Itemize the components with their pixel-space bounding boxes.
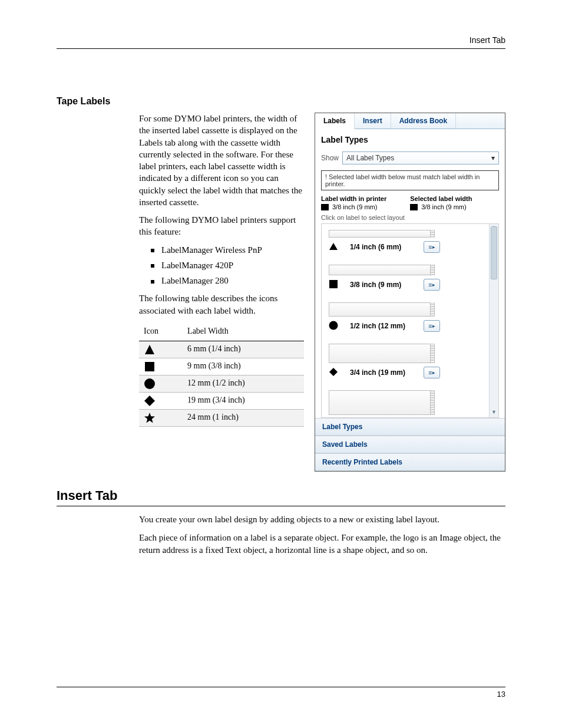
layout-menu-button[interactable]: ≡▸: [424, 241, 440, 253]
paragraph: The following table describes the icons …: [139, 292, 304, 317]
panel-tabs: Labels Insert Address Book: [315, 113, 505, 129]
running-header: Insert Tab: [57, 35, 505, 49]
section-heading-insert-tab: Insert Tab: [57, 488, 505, 506]
list-item: LabelManager Wireless PnP: [151, 244, 304, 256]
scroll-down-icon[interactable]: ▼: [490, 409, 498, 417]
chevron-down-icon: ▾: [491, 154, 495, 162]
section-heading-tape-labels: Tape Labels: [57, 96, 505, 107]
svg-marker-0: [145, 345, 154, 354]
table-row: 19 mm (3/4 inch): [139, 392, 304, 409]
table-row: 24 mm (1 inch): [139, 409, 304, 426]
panel-title: Label Types: [321, 135, 499, 144]
label-preview: [329, 390, 435, 415]
label-type-select[interactable]: All Label Types ▾: [342, 151, 499, 164]
accordion-recently-printed[interactable]: Recently Printed Labels: [315, 453, 505, 471]
labels-panel-screenshot: Labels Insert Address Book Label Types S…: [315, 113, 505, 472]
layout-item[interactable]: 1/2 inch (12 mm)≡▸: [322, 297, 498, 338]
tab-address-book[interactable]: Address Book: [391, 113, 456, 129]
table-row: 12 mm (1/2 inch): [139, 375, 304, 392]
table-cell: 19 mm (3/4 inch): [183, 392, 304, 409]
running-title: Insert Tab: [470, 35, 505, 45]
body-text-column: You create your own label design by addi…: [139, 513, 505, 556]
printer-width-label: Label width in printer: [321, 195, 386, 202]
selected-width-label: Selected label width: [410, 195, 472, 202]
layout-menu-button[interactable]: ≡▸: [424, 367, 440, 378]
list-item: LabelManager 420P: [151, 259, 304, 271]
circle-icon: [139, 375, 183, 392]
layout-name: 1/4 inch (6 mm): [350, 243, 412, 251]
layout-menu-button[interactable]: ≡▸: [424, 279, 440, 291]
printer-list: LabelManager Wireless PnP LabelManager 4…: [139, 244, 304, 287]
layout-item[interactable]: 3/8 inch (9 mm)≡▸: [322, 259, 498, 297]
layout-hint: Click on label to select layout: [321, 214, 499, 221]
label-preview: [329, 302, 435, 317]
triangle-icon: [139, 341, 183, 358]
square-icon: [139, 358, 183, 375]
page-number: 13: [497, 690, 505, 699]
table-cell: 6 mm (1/4 inch): [183, 341, 304, 358]
layout-name: 3/8 inch (9 mm): [350, 281, 412, 289]
table-header: Label Width: [183, 322, 304, 341]
label-preview: [329, 265, 435, 275]
diamond-icon: [329, 367, 338, 378]
paragraph: You create your own label design by addi…: [139, 513, 505, 526]
svg-marker-8: [329, 368, 338, 376]
icon-width-table: Icon Label Width 6 mm (1/4 inch) 9 mm (3…: [139, 322, 304, 427]
table-header: Icon: [139, 322, 183, 341]
paragraph: For some DYMO label printers, the width …: [139, 113, 304, 208]
scrollbar[interactable]: ▲ ▼: [489, 224, 498, 417]
svg-rect-1: [145, 362, 154, 371]
svg-marker-5: [329, 243, 338, 250]
accordion-saved-labels[interactable]: Saved Labels: [315, 436, 505, 453]
list-item: LabelManager 280: [151, 275, 304, 286]
selected-width-value: 3/8 inch (9 mm): [421, 203, 466, 210]
printer-width-value: 3/8 inch (9 mm): [332, 203, 377, 210]
accordion-label-types[interactable]: Label Types: [315, 418, 505, 436]
svg-marker-3: [144, 396, 155, 406]
table-cell: 9 mm (3/8 inch): [183, 358, 304, 375]
tab-insert[interactable]: Insert: [355, 113, 391, 129]
page-footer: 13: [57, 687, 505, 699]
select-value: All Label Types: [346, 154, 394, 162]
tab-labels[interactable]: Labels: [315, 113, 355, 129]
diamond-icon: [139, 392, 183, 409]
square-icon: [321, 204, 329, 210]
star-icon: [139, 409, 183, 426]
show-label: Show: [321, 154, 339, 162]
square-icon: [410, 204, 418, 210]
paragraph: The following DYMO label printers suppor…: [139, 214, 304, 238]
svg-rect-6: [329, 280, 338, 288]
svg-point-2: [144, 378, 155, 389]
layout-menu-button[interactable]: ≡▸: [424, 320, 440, 332]
table-cell: 12 mm (1/2 inch): [183, 375, 304, 392]
circle-icon: [329, 321, 338, 332]
label-preview: [329, 230, 435, 238]
body-text-column: For some DYMO label printers, the width …: [139, 113, 304, 427]
layout-name: 1/2 inch (12 mm): [350, 322, 412, 330]
layout-name: 3/4 inch (19 mm): [350, 368, 412, 377]
table-row: 9 mm (3/8 inch): [139, 358, 304, 375]
label-preview: [329, 344, 435, 363]
paragraph: Each piece of information on a label is …: [139, 532, 505, 556]
layout-list: ▲ ▼ 1/4 inch (6 mm)≡▸3/8 inch (9 mm)≡▸1/…: [321, 223, 499, 418]
layout-item[interactable]: 1/4 inch (6 mm)≡▸: [322, 224, 498, 259]
width-warning: ! Selected label width below must match …: [321, 170, 499, 190]
square-icon: [329, 279, 338, 291]
table-cell: 24 mm (1 inch): [183, 409, 304, 426]
scroll-thumb[interactable]: [491, 226, 497, 279]
layout-item[interactable]: 1 inch (24 mm)≡▸: [322, 384, 498, 418]
svg-marker-4: [144, 413, 155, 423]
svg-point-7: [329, 321, 338, 330]
triangle-icon: [329, 242, 338, 253]
table-row: 6 mm (1/4 inch): [139, 341, 304, 358]
layout-item[interactable]: 3/4 inch (19 mm)≡▸: [322, 338, 498, 384]
